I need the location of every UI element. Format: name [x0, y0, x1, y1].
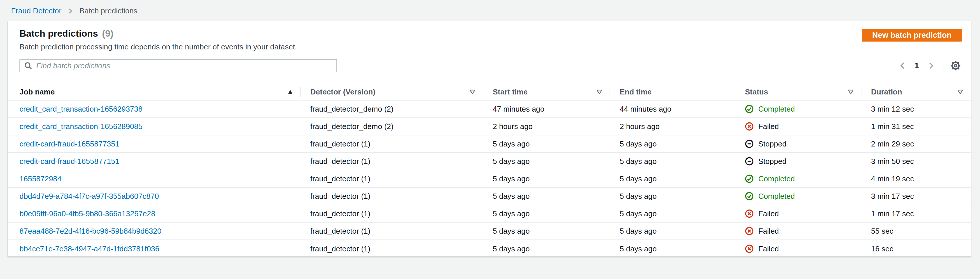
status-label: Stopped: [758, 157, 786, 166]
detector-cell: fraud_detector (1): [301, 136, 483, 152]
status-label: Stopped: [758, 139, 786, 148]
table-row: credit_card_transaction-1656289085 fraud…: [8, 118, 971, 136]
column-label: Detector (Version): [310, 88, 375, 96]
previous-page-button[interactable]: [897, 60, 909, 72]
job-name-link[interactable]: credit-card-fraud-1655877351: [19, 139, 119, 148]
job-name-link[interactable]: 87eaa488-7e2d-4f16-bc96-59b84b9d6320: [19, 227, 162, 236]
end-time-cell: 5 days ago: [610, 136, 735, 152]
detector-cell: fraud_detector (1): [301, 240, 483, 257]
status-cell: Completed: [735, 170, 861, 187]
panel-header: Batch predictions (9) Batch prediction p…: [8, 21, 971, 51]
status-icon: [745, 122, 754, 131]
start-time-cell: 5 days ago: [483, 170, 610, 187]
next-page-button[interactable]: [925, 60, 937, 72]
column-label: Duration: [871, 88, 902, 96]
status-icon: [745, 244, 754, 253]
pagination: 1: [897, 59, 962, 72]
status-cell: Failed: [735, 118, 861, 135]
duration-cell: 1 min 17 sec: [861, 205, 971, 222]
gear-icon: [950, 61, 961, 71]
status-icon: [745, 209, 754, 218]
duration-cell: 3 min 12 sec: [861, 100, 971, 117]
status-icon: [745, 192, 754, 201]
filter-icon: [847, 88, 854, 95]
table-row: bb4ce71e-7e38-4947-a47d-1fdd3781f036 fra…: [8, 240, 971, 257]
column-label: End time: [620, 88, 652, 96]
table-header-row: Job name Detector (Version) Start time E…: [8, 84, 971, 100]
filter-icon: [469, 88, 476, 95]
start-time-cell: 5 days ago: [483, 240, 610, 257]
column-header-start-time[interactable]: Start time: [483, 84, 610, 100]
job-name-link[interactable]: credit_card_transaction-1656289085: [19, 122, 143, 131]
new-batch-prediction-button[interactable]: New batch prediction: [862, 29, 962, 41]
job-name-link[interactable]: dbd4d7e9-a784-4f7c-a97f-355ab607c870: [19, 192, 159, 201]
status-cell: Completed: [735, 188, 861, 205]
column-header-duration[interactable]: Duration: [861, 84, 971, 100]
table-row: credit-card-fraud-1655877351 fraud_detec…: [8, 136, 971, 153]
current-page-button[interactable]: 1: [909, 61, 925, 70]
breadcrumb-chevron-icon: [67, 8, 73, 14]
page-title: Batch predictions (9): [19, 28, 113, 39]
duration-cell: 3 min 17 sec: [861, 188, 971, 205]
status-label: Failed: [758, 227, 779, 236]
detector-cell: fraud_detector (1): [301, 188, 483, 205]
detector-cell: fraud_detector (1): [301, 153, 483, 170]
job-name-cell: credit_card_transaction-1656293738: [8, 100, 301, 117]
job-name-link[interactable]: credit-card-fraud-1655877151: [19, 157, 119, 166]
table-row: dbd4d7e9-a784-4f7c-a97f-355ab607c870 fra…: [8, 188, 971, 205]
column-label: Start time: [493, 88, 528, 96]
breadcrumb-current-page: Batch predictions: [79, 6, 137, 15]
job-name-cell: credit-card-fraud-1655877351: [8, 136, 301, 152]
status-label: Failed: [758, 244, 779, 253]
settings-button[interactable]: [949, 59, 962, 72]
breadcrumb-link-fraud-detector[interactable]: Fraud Detector: [11, 6, 61, 15]
column-header-job-name[interactable]: Job name: [8, 84, 301, 100]
job-name-cell: bb4ce71e-7e38-4947-a47d-1fdd3781f036: [8, 240, 301, 257]
end-time-cell: 5 days ago: [610, 170, 735, 187]
detector-cell: fraud_detector (1): [301, 205, 483, 222]
job-name-link[interactable]: b0e05fff-96a0-4fb5-9b80-366a13257e28: [19, 209, 155, 218]
status-icon: [745, 139, 754, 148]
start-time-cell: 5 days ago: [483, 188, 610, 205]
status-icon: [745, 227, 754, 235]
breadcrumb: Fraud Detector Batch predictions: [11, 6, 137, 15]
table-row: 87eaa488-7e2d-4f16-bc96-59b84b9d6320 fra…: [8, 223, 971, 240]
status-label: Completed: [758, 174, 795, 183]
job-name-cell: 87eaa488-7e2d-4f16-bc96-59b84b9d6320: [8, 223, 301, 239]
job-name-link[interactable]: credit_card_transaction-1656293738: [19, 105, 143, 114]
status-cell: Failed: [735, 205, 861, 222]
end-time-cell: 5 days ago: [610, 188, 735, 205]
column-header-detector-version[interactable]: Detector (Version): [301, 84, 483, 100]
status-label: Failed: [758, 122, 779, 131]
status-icon: [745, 105, 754, 113]
table-row: credit-card-fraud-1655877151 fraud_detec…: [8, 153, 971, 170]
status-cell: Failed: [735, 223, 861, 239]
end-time-cell: 5 days ago: [610, 153, 735, 170]
search-input[interactable]: [36, 61, 332, 71]
job-name-cell: b0e05fff-96a0-4fb5-9b80-366a13257e28: [8, 205, 301, 222]
duration-cell: 16 sec: [861, 240, 971, 257]
table-body: credit_card_transaction-1656293738 fraud…: [8, 100, 971, 257]
search-icon: [24, 62, 32, 70]
search-box: [19, 59, 337, 72]
detector-cell: fraud_detector (1): [301, 223, 483, 239]
duration-cell: 3 min 50 sec: [861, 153, 971, 170]
status-label: Completed: [758, 192, 795, 201]
start-time-cell: 5 days ago: [483, 223, 610, 239]
column-header-status[interactable]: Status: [735, 84, 861, 100]
status-cell: Stopped: [735, 153, 861, 170]
status-cell: Completed: [735, 100, 861, 117]
job-name-link[interactable]: 1655872984: [19, 174, 62, 183]
end-time-cell: 2 hours ago: [610, 118, 735, 135]
job-name-cell: credit-card-fraud-1655877151: [8, 153, 301, 170]
column-label: Job name: [19, 88, 55, 96]
detector-cell: fraud_detector (1): [301, 170, 483, 187]
job-name-link[interactable]: bb4ce71e-7e38-4947-a47d-1fdd3781f036: [19, 244, 159, 253]
page-title-text: Batch predictions: [19, 28, 98, 39]
toolbar-divider: [943, 60, 943, 72]
duration-cell: 55 sec: [861, 223, 971, 239]
column-header-end-time[interactable]: End time: [610, 84, 735, 100]
end-time-cell: 44 minutes ago: [610, 100, 735, 117]
status-icon: [745, 157, 754, 166]
table-row: credit_card_transaction-1656293738 fraud…: [8, 100, 971, 118]
